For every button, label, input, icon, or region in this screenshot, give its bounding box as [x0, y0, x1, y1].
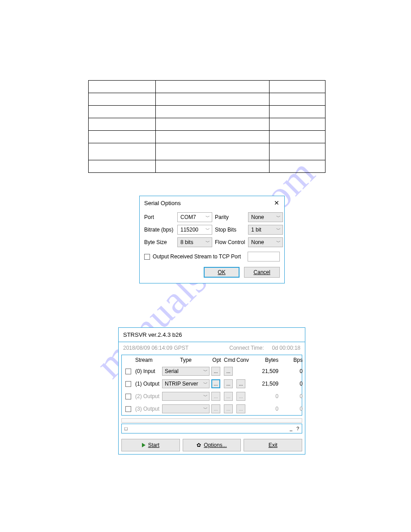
stream-label: (0) Input: [135, 368, 160, 374]
stream-cmd-button[interactable]: ...: [224, 392, 233, 401]
stream-row: (1) OutputNTRIP Server﹀.........21,5090: [122, 378, 302, 390]
stream-row: (0) InputSerial﹀......21,5090: [122, 365, 302, 378]
progress-bar: [121, 418, 302, 423]
stream-enable-checkbox[interactable]: [125, 394, 131, 399]
chevron-down-icon: ﹀: [203, 381, 208, 387]
stopbits-label: Stop Bits: [215, 227, 245, 233]
chevron-down-icon: ﹀: [276, 214, 281, 220]
bytesize-select[interactable]: 8 bits ﹀: [177, 237, 212, 247]
stopbits-value: 1 bit: [251, 227, 261, 233]
status-indicator-icon: □: [124, 426, 128, 431]
flowcontrol-label: Flow Control: [215, 239, 245, 245]
gear-icon: ✿: [197, 442, 201, 448]
parity-value: None: [251, 214, 264, 220]
col-cmd: Cmd: [224, 357, 235, 363]
stream-bps: 0: [282, 406, 304, 412]
parity-label: Parity: [215, 214, 245, 220]
stream-enable-checkbox[interactable]: [125, 406, 131, 412]
stream-enable-checkbox[interactable]: [125, 381, 131, 387]
col-opt: Opt: [211, 357, 222, 363]
tcp-port-input[interactable]: [248, 252, 280, 262]
output-tcp-checkbox[interactable]: [144, 254, 150, 260]
col-bytes: Bytes: [249, 357, 280, 363]
stream-table: Stream Type Opt Cmd Conv Bytes Bps (0) I…: [121, 355, 302, 416]
stream-bps: 0: [282, 381, 304, 387]
bytesize-value: 8 bits: [180, 239, 193, 245]
stream-label: (3) Output: [135, 406, 160, 412]
start-button[interactable]: Start: [121, 439, 180, 451]
stream-bps: 0: [282, 393, 304, 399]
chevron-down-icon: ﹀: [276, 227, 281, 233]
close-icon[interactable]: ✕: [273, 199, 281, 207]
blank-grid-table: [88, 80, 325, 173]
chevron-down-icon: ﹀: [203, 368, 208, 374]
stream-bytes: 21,509: [249, 368, 280, 374]
stream-type-select[interactable]: ﹀: [162, 392, 210, 401]
dialog-title: Serial Options: [144, 200, 181, 206]
stream-cmd-button[interactable]: ...: [224, 379, 233, 388]
status-strip: □ ⣀ ?: [121, 424, 302, 433]
col-type: Type: [162, 357, 210, 363]
connect-time-value: 0d 00:00:18: [272, 345, 300, 351]
stream-label: (2) Output: [135, 393, 160, 399]
connect-time-label: Connect Time:: [229, 345, 264, 351]
options-button[interactable]: ✿ Options...: [183, 439, 241, 451]
stream-bytes: 0: [249, 406, 280, 412]
chevron-down-icon: ﹀: [203, 406, 208, 412]
stream-opt-button[interactable]: ...: [211, 367, 220, 376]
stream-opt-button[interactable]: ...: [211, 379, 220, 388]
parity-select[interactable]: None ﹀: [248, 212, 283, 222]
col-stream: Stream: [135, 357, 160, 363]
chevron-down-icon: ﹀: [206, 239, 210, 245]
col-bps: Bps: [282, 357, 304, 363]
stream-type-select[interactable]: NTRIP Server﹀: [162, 379, 210, 388]
stream-row: (2) Output﹀.........00: [122, 390, 302, 403]
expand-icon[interactable]: ⣀: [289, 426, 293, 432]
stream-label: (1) Output: [135, 381, 160, 387]
stream-enable-checkbox[interactable]: [125, 369, 131, 374]
ok-button[interactable]: OK: [204, 267, 240, 278]
stream-bytes: 21,509: [249, 381, 280, 387]
stream-conv-button[interactable]: ...: [236, 379, 245, 388]
port-select[interactable]: COM7 ﹀: [177, 212, 212, 222]
stopbits-select[interactable]: 1 bit ﹀: [248, 225, 283, 235]
timestamp: 2018/08/09 06:14:09 GPST: [123, 345, 188, 351]
stream-opt-button[interactable]: ...: [211, 392, 220, 401]
chevron-down-icon: ﹀: [206, 214, 210, 220]
bitrate-select[interactable]: 115200 ﹀: [177, 225, 212, 235]
output-tcp-label: Output Received Stream to TCP Port: [153, 253, 241, 260]
chevron-down-icon: ﹀: [203, 393, 208, 399]
help-icon[interactable]: ?: [296, 426, 299, 431]
strsvr-window: STRSVR ver.2.4.3 b26 2018/08/09 06:14:09…: [118, 327, 305, 455]
bytesize-label: Byte Size: [144, 239, 175, 245]
stream-row: (3) Output﹀.........00: [122, 403, 302, 415]
bitrate-value: 115200: [180, 227, 198, 233]
stream-conv-button[interactable]: ...: [236, 404, 245, 413]
stream-conv-button[interactable]: ...: [236, 392, 245, 401]
chevron-down-icon: ﹀: [206, 227, 210, 233]
play-icon: [142, 443, 146, 447]
exit-button[interactable]: Exit: [244, 439, 302, 451]
flowcontrol-value: None: [251, 239, 264, 245]
stream-type-select[interactable]: Serial﹀: [162, 367, 210, 376]
stream-bps: 0: [282, 368, 304, 374]
stream-type-select[interactable]: ﹀: [162, 404, 210, 413]
stream-opt-button[interactable]: ...: [211, 404, 220, 413]
stream-bytes: 0: [249, 393, 280, 399]
bitrate-label: Bitrate (bps): [144, 227, 175, 233]
col-conv: Conv: [236, 357, 247, 363]
port-value: COM7: [180, 214, 196, 220]
chevron-down-icon: ﹀: [276, 239, 281, 245]
stream-cmd-button[interactable]: ...: [224, 367, 233, 376]
window-title: STRSVR ver.2.4.3 b26: [119, 328, 305, 342]
stream-cmd-button[interactable]: ...: [224, 404, 233, 413]
serial-options-dialog: Serial Options ✕ Port COM7 ﹀ Parity None…: [139, 196, 285, 283]
port-label: Port: [144, 214, 175, 220]
flowcontrol-select[interactable]: None ﹀: [248, 237, 283, 247]
cancel-button[interactable]: Cancel: [244, 267, 280, 278]
